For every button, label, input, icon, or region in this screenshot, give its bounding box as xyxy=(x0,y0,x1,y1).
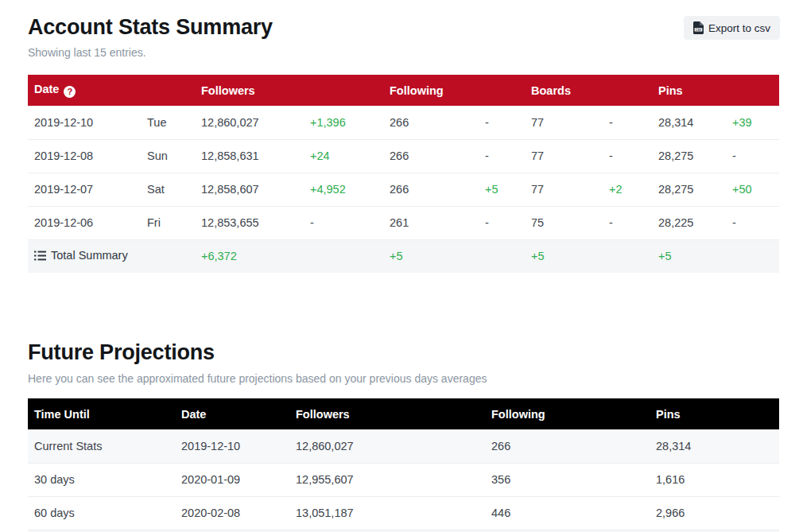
followers-delta-cell: +1,396 xyxy=(304,106,383,139)
date-cell: 2019-12-10 xyxy=(28,106,141,139)
column-header-date: Date xyxy=(175,398,289,429)
file-csv-icon: CSV xyxy=(693,21,704,34)
pins-delta-cell: - xyxy=(726,206,779,239)
followers-cell: 13,051,187 xyxy=(289,496,485,530)
column-header-date-label: Date xyxy=(34,83,59,95)
followers-cell: 12,955,607 xyxy=(289,463,485,496)
account-stats-subtitle: Showing last 15 entries. xyxy=(28,45,799,60)
column-header-pins: Pins xyxy=(650,398,779,429)
column-header-time-until: Time Until xyxy=(28,398,175,429)
date-cell: 2019-12-10 xyxy=(175,429,289,463)
following-delta-cell: - xyxy=(479,139,525,173)
followers-cell: 12,858,631 xyxy=(195,139,304,173)
boards-cell: 77 xyxy=(525,106,603,139)
table-row: 60 days 2020-02-08 13,051,187 446 2,966 xyxy=(28,496,779,530)
ordered-list-icon xyxy=(34,250,46,263)
date-cell: 2019-12-08 xyxy=(28,139,141,173)
future-projections-title: Future Projections xyxy=(28,340,799,365)
account-stats-header: Date? Followers Following Boards Pins xyxy=(28,75,779,106)
following-delta-cell: +5 xyxy=(479,173,525,206)
following-cell: 266 xyxy=(383,173,479,206)
future-projections-subtitle: Here you can see the approximated future… xyxy=(28,371,799,386)
svg-text:CSV: CSV xyxy=(696,29,702,32)
table-row: Current Stats 2019-12-10 12,860,027 266 … xyxy=(28,429,779,463)
empty-cell xyxy=(726,239,779,273)
total-boards-cell: +5 xyxy=(525,239,603,273)
future-projections-header: Time Until Date Followers Following Pins xyxy=(28,398,779,429)
following-cell: 266 xyxy=(383,106,479,139)
total-following-cell: +5 xyxy=(383,239,479,273)
empty-cell xyxy=(304,239,383,273)
time-until-cell: 30 days xyxy=(28,463,175,496)
following-cell: 446 xyxy=(485,496,650,530)
column-header-following: Following xyxy=(383,75,525,106)
export-csv-button[interactable]: CSV Export to csv xyxy=(684,16,780,40)
followers-delta-cell: +4,952 xyxy=(304,173,383,206)
followers-delta-cell: +24 xyxy=(304,139,383,173)
following-delta-cell: - xyxy=(479,106,525,139)
total-summary-row: Total Summary +6,372 +5 +5 +5 xyxy=(28,239,779,273)
pins-delta-cell: - xyxy=(726,139,779,173)
pins-cell: 28,275 xyxy=(652,173,726,206)
account-stats-header-row: Date? Followers Following Boards Pins xyxy=(28,75,779,106)
table-row: 2019-12-10 Tue 12,860,027 +1,396 266 - 7… xyxy=(28,106,779,139)
table-row: 2019-12-08 Sun 12,858,631 +24 266 - 77 -… xyxy=(28,139,779,173)
date-cell: 2020-02-08 xyxy=(175,496,289,530)
boards-cell: 77 xyxy=(525,139,603,173)
pins-delta-cell: +50 xyxy=(726,173,779,206)
export-csv-label: Export to csv xyxy=(708,22,770,34)
column-header-boards: Boards xyxy=(525,75,652,106)
future-projections-section: Future Projections Here you can see the … xyxy=(28,340,799,532)
followers-cell: 12,860,027 xyxy=(195,106,304,139)
total-followers-cell: +6,372 xyxy=(195,239,304,273)
pins-cell: 28,314 xyxy=(652,106,726,139)
date-cell: 2019-12-06 xyxy=(28,206,141,239)
column-header-followers: Followers xyxy=(289,398,485,429)
account-stats-table: Date? Followers Following Boards Pins 20… xyxy=(28,75,779,273)
boards-delta-cell: +2 xyxy=(603,173,652,206)
followers-delta-cell: - xyxy=(304,206,383,239)
following-cell: 356 xyxy=(485,463,650,496)
followers-cell: 12,853,655 xyxy=(195,206,304,239)
empty-cell xyxy=(603,239,652,273)
total-pins-cell: +5 xyxy=(652,239,726,273)
table-row: 2019-12-06 Fri 12,853,655 - 261 - 75 - 2… xyxy=(28,206,779,239)
day-cell: Sun xyxy=(141,139,195,173)
column-header-date: Date? xyxy=(28,75,195,106)
table-row: 30 days 2020-01-09 12,955,607 356 1,616 xyxy=(28,463,779,496)
boards-cell: 75 xyxy=(525,206,603,239)
future-projections-table: Time Until Date Followers Following Pins… xyxy=(28,398,779,532)
followers-cell: 12,858,607 xyxy=(195,173,304,206)
followers-cell: 12,860,027 xyxy=(289,429,485,463)
total-summary-label: Total Summary xyxy=(51,249,128,262)
time-until-cell: Current Stats xyxy=(28,429,175,463)
empty-cell xyxy=(479,239,525,273)
account-stats-section: Account Stats Summary Showing last 15 en… xyxy=(28,14,799,273)
pins-cell: 1,616 xyxy=(650,463,779,496)
following-delta-cell: - xyxy=(479,206,525,239)
pins-cell: 2,966 xyxy=(650,496,779,530)
boards-delta-cell: - xyxy=(603,106,652,139)
page: CSV Export to csv Account Stats Summary … xyxy=(0,0,799,532)
pins-delta-cell: +39 xyxy=(726,106,779,139)
help-icon[interactable]: ? xyxy=(64,86,76,98)
boards-delta-cell: - xyxy=(603,206,652,239)
time-until-cell: 60 days xyxy=(28,496,175,530)
following-cell: 266 xyxy=(383,139,479,173)
date-cell: 2019-12-07 xyxy=(28,173,141,206)
following-cell: 266 xyxy=(485,429,650,463)
day-cell: Sat xyxy=(141,173,195,206)
following-cell: 261 xyxy=(383,206,479,239)
boards-cell: 77 xyxy=(525,173,603,206)
column-header-following: Following xyxy=(485,398,650,429)
pins-cell: 28,275 xyxy=(652,139,726,173)
pins-cell: 28,314 xyxy=(650,429,779,463)
day-cell: Tue xyxy=(141,106,195,139)
pins-cell: 28,225 xyxy=(652,206,726,239)
column-header-followers: Followers xyxy=(195,75,383,106)
future-projections-header-row: Time Until Date Followers Following Pins xyxy=(28,398,779,429)
total-summary-label-cell: Total Summary xyxy=(28,239,195,273)
table-row: 2019-12-07 Sat 12,858,607 +4,952 266 +5 … xyxy=(28,173,779,206)
date-cell: 2020-01-09 xyxy=(175,463,289,496)
boards-delta-cell: - xyxy=(603,139,652,173)
